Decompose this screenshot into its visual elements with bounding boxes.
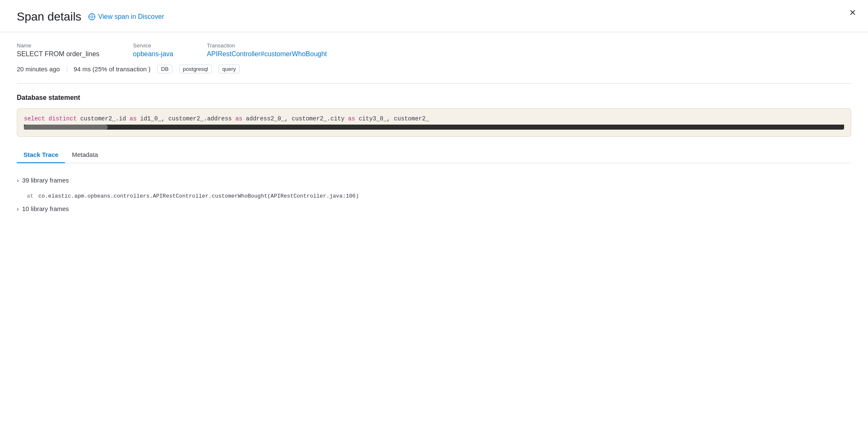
library-frames-label-2: 10 library frames — [22, 205, 69, 212]
service-field: Service opbeans-java — [133, 42, 173, 58]
tab-metadata[interactable]: Metadata — [65, 147, 105, 163]
close-button[interactable]: ✕ — [847, 7, 858, 18]
header-divider — [0, 32, 868, 32]
name-value: SELECT FROM order_lines — [17, 50, 99, 57]
panel-header: Span details View span in Discover — [0, 0, 868, 32]
chevron-right-icon-1: › — [17, 177, 19, 184]
badge-postgresql: postgresql — [179, 65, 212, 73]
database-statement-section: Database statement select distinct custo… — [0, 94, 868, 147]
library-frames-row-2[interactable]: › 10 library frames — [17, 202, 851, 216]
library-frames-row-1[interactable]: › 39 library frames — [17, 173, 851, 187]
kw-as3: as — [348, 115, 355, 122]
scrollbar-track[interactable] — [24, 125, 844, 130]
meta-row-top: Name SELECT FROM order_lines Service opb… — [17, 42, 851, 58]
kw-select: select — [24, 115, 45, 122]
transaction-label: Transaction — [207, 42, 327, 49]
code-block: select distinct customer2_.id as id1_0_,… — [17, 108, 851, 137]
frame-group-2: › 10 library frames — [17, 202, 851, 216]
frame-group-1: › 39 library frames — [17, 173, 851, 187]
span-details-panel: ✕ Span details View span in Discover N — [0, 0, 868, 443]
discover-icon — [88, 13, 96, 21]
tabs-nav: Stack Trace Metadata — [17, 147, 851, 163]
meta-section: Name SELECT FROM order_lines Service opb… — [0, 42, 868, 83]
library-frames-label-1: 39 library frames — [22, 177, 69, 184]
chevron-right-icon-2: › — [17, 206, 19, 212]
service-value[interactable]: opbeans-java — [133, 50, 173, 57]
badge-db: DB — [157, 65, 172, 73]
meta-time: 20 minutes ago — [17, 65, 60, 73]
kw-distinct: distinct — [49, 115, 77, 122]
service-label: Service — [133, 42, 173, 49]
section-divider-1 — [17, 83, 851, 84]
tabs-section: Stack Trace Metadata › 39 library frames… — [0, 147, 868, 216]
db-section-title: Database statement — [17, 94, 851, 102]
meta-duration: 94 ms (25% of transaction ) — [67, 65, 151, 73]
svg-point-1 — [91, 16, 93, 18]
badge-query: query — [218, 65, 240, 73]
frame-detail: at co.elastic.apm.opbeans.controllers.AP… — [17, 190, 851, 202]
meta-row-bottom: 20 minutes ago 94 ms (25% of transaction… — [17, 65, 851, 73]
kw-as1: as — [130, 115, 137, 122]
frame-class: co.elastic.apm.opbeans.controllers.APIRe… — [38, 193, 359, 199]
tab-stack-trace[interactable]: Stack Trace — [17, 147, 65, 163]
code-line: select distinct customer2_.id as id1_0_,… — [24, 115, 844, 122]
stack-trace-content: › 39 library frames at co.elastic.apm.op… — [17, 173, 851, 216]
transaction-value[interactable]: APIRestController#customerWhoBought — [207, 50, 327, 57]
transaction-field: Transaction APIRestController#customerWh… — [207, 42, 327, 58]
scrollbar-thumb[interactable] — [24, 125, 108, 130]
page-title: Span details — [17, 10, 81, 23]
view-discover-link[interactable]: View span in Discover — [88, 13, 164, 21]
name-label: Name — [17, 42, 99, 49]
view-discover-label: View span in Discover — [98, 13, 164, 21]
name-field: Name SELECT FROM order_lines — [17, 42, 99, 58]
kw-as2: as — [235, 115, 242, 122]
frame-at: at — [27, 193, 34, 199]
